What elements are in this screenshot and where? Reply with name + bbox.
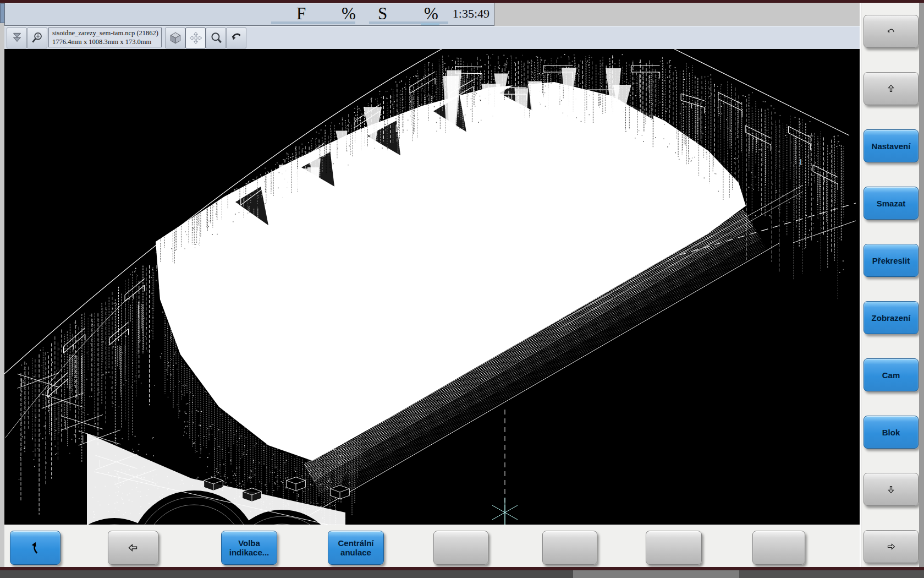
softkey-p-ekreslit[interactable]: Překreslit: [864, 244, 919, 277]
softkey-right-arrow-icon[interactable]: [864, 530, 919, 563]
softkey-nastaven-[interactable]: Nastavení: [864, 129, 919, 162]
toolpath-wireframe: 1: [4, 49, 860, 525]
program-file-info: sisoidne_zarezy_sem-tam.ncp (21862) 1776…: [48, 28, 162, 47]
pan-icon: [189, 31, 203, 45]
up-arrow-icon: [885, 83, 897, 95]
left-arrow-icon: [126, 541, 140, 555]
feed-unit-label: %: [342, 4, 356, 24]
spindle-mini-bar: [421, 23, 439, 25]
softkey-centr-ln-anulace[interactable]: Centrální anulace: [328, 531, 384, 565]
zoom-fit-button[interactable]: [27, 28, 47, 48]
spindle-label: S: [378, 4, 387, 24]
softkey-label: Zobrazení: [872, 313, 911, 323]
softkey-left-arrow-icon-1[interactable]: [108, 531, 158, 565]
softkey-label: Blok: [882, 428, 900, 437]
program-dimensions: 1776.4mm x 1008.3mm x 173.0mm: [52, 37, 158, 46]
zoom-tool-button[interactable]: [206, 28, 226, 48]
softkey-cam[interactable]: Cam: [864, 358, 919, 391]
cnc-graphics-screen: { "header": { "feed_label": "F", "feed_u…: [0, 0, 924, 578]
feed-override-bar: [271, 21, 355, 24]
spindle-unit-label: %: [424, 4, 438, 24]
right-arrow-icon: [885, 541, 897, 553]
softkey-blank-6[interactable]: [646, 531, 702, 565]
softkey-up-arrow-icon[interactable]: [864, 72, 919, 105]
clock-readout: 1:35:49: [453, 7, 490, 21]
return-arrow-icon: [885, 25, 897, 37]
pan-tool-button[interactable]: [185, 28, 206, 48]
program-file-name: sisoidne_zarezy_sem-tam.ncp (21862): [52, 29, 158, 37]
softkey-blank-7[interactable]: [752, 531, 805, 565]
double-down-arrow-button[interactable]: [7, 28, 27, 48]
softkey-label: Cam: [882, 370, 900, 380]
softkey-smazat[interactable]: Smazat: [864, 187, 919, 220]
softkey-blank-5[interactable]: [542, 531, 597, 565]
status-header-panel: F % S % 1:35:49: [4, 3, 494, 26]
zoom-icon: [209, 31, 223, 45]
cube-icon: [168, 31, 183, 45]
softkey-blank-4[interactable]: [433, 531, 488, 565]
softkey-label: Smazat: [877, 199, 906, 208]
view-cube-button[interactable]: [165, 28, 185, 48]
double-down-arrow-icon: [10, 31, 24, 45]
softkey-volba-indikace-[interactable]: Volba indikace...: [221, 531, 277, 565]
softkey-sidebar: NastaveníSmazatPřekreslitZobrazeníCamBlo…: [860, 3, 923, 567]
down-arrow-icon: [885, 483, 897, 495]
softkey-back-arrow-icon-0[interactable]: [10, 531, 61, 565]
window-right-border: [919, 3, 924, 567]
softkey-down-arrow-icon[interactable]: [864, 473, 919, 506]
taskbar-strip: [0, 570, 924, 578]
softkey-label: Centrální anulace: [331, 538, 381, 557]
softkey-return-arrow-icon[interactable]: [864, 15, 919, 48]
back-arrow-icon: [28, 541, 42, 555]
rotate-icon: [229, 31, 244, 45]
softkey-label: Překreslit: [872, 256, 910, 265]
toolpath-canvas[interactable]: 1: [4, 49, 860, 525]
rotate-view-button[interactable]: [226, 28, 246, 48]
graphics-toolbar: sisoidne_zarezy_sem-tam.ncp (21862) 1776…: [4, 26, 860, 50]
zoom-fit-icon: [30, 31, 45, 45]
softkey-blok[interactable]: Blok: [864, 416, 919, 449]
softkey-label: Nastavení: [872, 141, 911, 151]
softkey-zobrazen-[interactable]: Zobrazení: [864, 301, 919, 334]
softkey-label: Volba indikace...: [224, 538, 274, 557]
softkey-bottom-bar: Volba indikace...Centrální anulace: [4, 525, 860, 568]
feed-label: F: [296, 4, 306, 24]
